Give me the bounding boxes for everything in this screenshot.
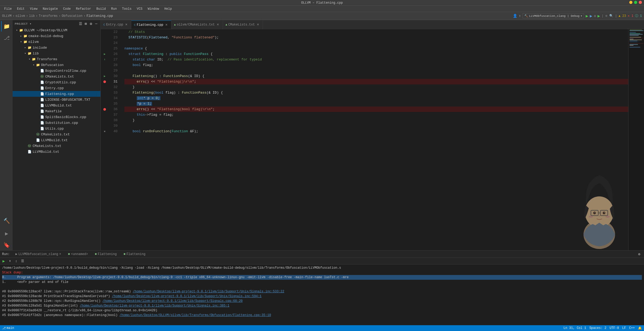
- menu-tools[interactable]: Tools: [120, 7, 134, 11]
- tree-root[interactable]: 📁 OLLVM ~/Desktop/OLLVM: [13, 27, 100, 33]
- status-spaces[interactable]: Spaces: 2: [589, 326, 606, 330]
- tree-utils[interactable]: 📄 Utils.cpp: [13, 126, 100, 131]
- activity-bookmarks[interactable]: 🔖: [1, 240, 12, 250]
- sidebar-icon-toggle[interactable]: ☰: [78, 22, 83, 26]
- breadcrumb-ollvm[interactable]: OLLVM: [2, 14, 12, 18]
- titlebar-controls[interactable]: [629, 1, 642, 4]
- tree-cmake-ob[interactable]: Ⓜ CMakeLists.txt: [13, 74, 100, 79]
- tree-bogus[interactable]: 📄 BogusControlFlow.cpp: [13, 68, 100, 74]
- build-config-dropdown[interactable]: ▾: [581, 14, 582, 18]
- bottom-tab-unnamed[interactable]: ■ <unnamed>: [65, 251, 91, 257]
- breadcrumb-obfuscation[interactable]: Obfuscation: [62, 14, 82, 18]
- run-link-6[interactable]: /home/luohun/Desktop/llvm-project-9.0.1/…: [112, 294, 262, 298]
- breadcrumb-file[interactable]: Flattening.cpp: [87, 14, 113, 18]
- error-count[interactable]: ✕ 1: [628, 14, 633, 18]
- tree-ollvm[interactable]: 📁 ollvm: [13, 39, 100, 45]
- menu-file[interactable]: File: [2, 7, 14, 11]
- breakpoint-31[interactable]: [103, 80, 106, 83]
- activity-build[interactable]: 🔨: [1, 216, 12, 226]
- menu-help[interactable]: Help: [162, 7, 174, 11]
- tab-cmake-ollvm-close[interactable]: ×: [216, 23, 220, 27]
- status-line-col[interactable]: Ln 31, Col 1: [564, 326, 586, 330]
- tree-transforms[interactable]: 📁 Transforms: [13, 56, 100, 62]
- status-feedback[interactable]: 🔔: [638, 326, 642, 330]
- menu-vcs[interactable]: VCS: [135, 7, 145, 11]
- tab-flattening[interactable]: C Flattening.cpp ×: [131, 21, 171, 29]
- run-config-close[interactable]: ×: [59, 252, 61, 256]
- minimize-btn[interactable]: [629, 1, 632, 4]
- breadcrumb-lib[interactable]: lib: [29, 14, 35, 18]
- maximize-btn[interactable]: [634, 1, 637, 4]
- run-link-7[interactable]: /home/luohun/Desktop/llvm-project-9.0.1/…: [103, 299, 243, 303]
- tree-flattening[interactable]: 📄 Flattening.cpp: [13, 91, 100, 97]
- run-filter-btn[interactable]: ☰: [20, 258, 25, 264]
- sidebar-icon-close[interactable]: —: [94, 22, 98, 26]
- run-scroll-btn[interactable]: ↕: [14, 258, 19, 264]
- toolbar-icon-search[interactable]: 👤: [513, 14, 517, 18]
- info-count[interactable]: ⓘ 1: [635, 14, 642, 18]
- editor-content[interactable]: ▶ ⬇ ▶: [101, 29, 644, 250]
- run-play-btn[interactable]: ▶: [1, 258, 6, 264]
- tree-makefile[interactable]: 📄 Makefile: [13, 108, 100, 114]
- status-branch[interactable]: ⎇ main: [2, 326, 14, 330]
- run-link-5[interactable]: /home/luohun/Desktop/llvm-project-9.0.1/…: [133, 290, 284, 293]
- run-output[interactable]: /home/luohun/Desktop/llvm-project-9.0.1/…: [0, 264, 644, 325]
- toolbar-run2[interactable]: ▶: [597, 13, 600, 19]
- tree-llvmbuild[interactable]: 📄 LLVMBuild.txt: [13, 103, 100, 108]
- tree-crypto[interactable]: 📄 CryptoUtils.cpp: [13, 79, 100, 85]
- run-up-btn[interactable]: ⬆: [7, 258, 13, 264]
- breadcrumb-transforms[interactable]: Transforms: [39, 14, 58, 18]
- menu-build[interactable]: Build: [94, 7, 108, 11]
- menu-refactor[interactable]: Refactor: [74, 7, 93, 11]
- tree-substitution[interactable]: 📄 Substitution.cpp: [13, 120, 100, 126]
- ln-24: 24: [109, 40, 120, 46]
- breadcrumb-ollvm2[interactable]: ollvm: [16, 14, 25, 18]
- tree-lib[interactable]: 📁 lib: [13, 50, 100, 56]
- run-link-8[interactable]: /home/luohun/Desktop/llvm-project-9.0.1/…: [80, 304, 229, 308]
- activity-vcs[interactable]: ⎇: [1, 33, 12, 43]
- bottom-tab-flattening2[interactable]: ■ Flattening: [120, 251, 149, 257]
- tree-license[interactable]: 📄 LICENSE-OBFUSCATOR.TXT: [13, 97, 100, 103]
- tab-entry[interactable]: C Entry.cpp ×: [101, 21, 131, 29]
- status-line-ending[interactable]: LF: [622, 326, 626, 330]
- menu-navigate[interactable]: Navigate: [40, 7, 60, 11]
- tree-llvmbuild3[interactable]: 📄 LLVMBuild.txt: [13, 149, 100, 155]
- toolbar-more[interactable]: ⚙: [594, 14, 596, 18]
- tree-cmake-build[interactable]: 📁 cmake-build-debug: [13, 33, 100, 39]
- menu-view[interactable]: View: [28, 7, 40, 11]
- sidebar-icon-expand[interactable]: ⊞: [84, 22, 88, 26]
- menu-code[interactable]: Code: [61, 7, 73, 11]
- status-language[interactable]: C++: [629, 326, 635, 330]
- tree-llvmbuild2[interactable]: 📄 LLVMBuild.txt: [13, 137, 100, 143]
- close-btn[interactable]: [639, 1, 642, 4]
- tree-split[interactable]: 📄 SplitBasicBlocks.cpp: [13, 114, 100, 120]
- menu-window[interactable]: Window: [146, 7, 161, 11]
- build-config-selector[interactable]: 🔨 LLVMObfuscation_clang | Debug ▾: [523, 13, 584, 18]
- breakpoint-36[interactable]: [103, 108, 106, 111]
- tree-cmake-root[interactable]: Ⓜ CMakeLists.txt: [13, 143, 100, 149]
- tab-flattening-close[interactable]: ×: [164, 23, 169, 27]
- tab-cmake-ollvm[interactable]: ▲ ollvm/CMakeLists.txt ×: [171, 21, 223, 29]
- tree-obfuscation[interactable]: 📁 Obfuscation: [13, 62, 100, 68]
- tab-cmake-main[interactable]: ▲ CMakeLists.txt ×: [223, 21, 263, 29]
- run-btn[interactable]: ▶: [586, 13, 588, 19]
- menu-edit[interactable]: Edit: [15, 7, 27, 11]
- warning-count[interactable]: ▲ 23: [618, 14, 626, 18]
- activity-run[interactable]: ▶: [1, 228, 12, 239]
- debug-btn[interactable]: ▶: [590, 13, 592, 19]
- run-link-10[interactable]: /home/luohun/Desktop/OLLVM/ollvm/lib/Tra…: [119, 313, 271, 317]
- sidebar-icon-settings[interactable]: ⚙: [89, 22, 93, 26]
- tree-include[interactable]: 📁 include: [13, 45, 100, 50]
- status-encoding[interactable]: UTF-8: [610, 326, 619, 330]
- menu-run[interactable]: Run: [109, 7, 119, 11]
- code-area[interactable]: // Stats STATISTIC(Flattened, "Functions…: [122, 29, 628, 250]
- tree-entry[interactable]: 📄 Entry.cpp: [13, 85, 100, 91]
- bottom-tab-flattening1[interactable]: ■ Flattening: [92, 251, 120, 257]
- bottom-run-config[interactable]: ▶ LLVMObfuscation_clang ×: [12, 251, 64, 257]
- tree-cmake-lib[interactable]: Ⓜ CMakeLists.txt: [13, 131, 100, 137]
- tab-cmake-main-close[interactable]: ×: [256, 23, 260, 27]
- bottom-settings-btn[interactable]: ⚙: [637, 252, 642, 257]
- toolbar-icon-up[interactable]: ⬆: [519, 14, 521, 18]
- activity-project[interactable]: 📁: [1, 21, 12, 32]
- tab-entry-close[interactable]: ×: [124, 23, 128, 27]
